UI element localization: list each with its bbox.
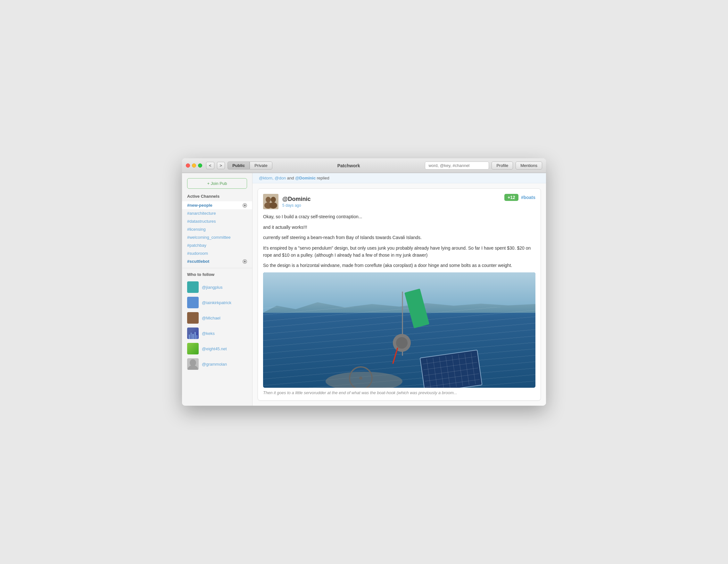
avatar-grammolan (187, 358, 199, 370)
channel-name-datastructures: #datastructures (187, 219, 216, 224)
post-time: 5 days ago (282, 203, 311, 208)
forward-button[interactable]: > (217, 162, 225, 169)
profile-button[interactable]: Profile (492, 162, 513, 170)
follow-name-grammolan: @grammolan (202, 362, 227, 367)
svg-point-33 (359, 377, 362, 380)
svg-rect-13 (404, 288, 429, 328)
reply-bar: @ktorn, @don and @Dominic replied (252, 173, 546, 183)
sidebar: + Join Pub Active Channels #new-people #… (182, 173, 252, 405)
close-button[interactable] (186, 163, 190, 168)
post-author-details: @Dominic 5 days ago (282, 196, 311, 208)
channel-name-welcoming-committee: #welcoming_committee (187, 235, 231, 240)
sidebar-item-welcoming-committee[interactable]: #welcoming_committee (182, 233, 252, 241)
maximize-button[interactable] (198, 163, 202, 168)
follow-item-iainkirkpatrick[interactable]: @iainkirkpatrick (182, 295, 252, 310)
svg-point-15 (396, 337, 408, 349)
app-title: Patchwork (275, 163, 423, 168)
follow-name-jiangplus: @jiangplus (202, 285, 223, 290)
tab-group: Public Private (227, 162, 272, 170)
sidebar-item-patchbay[interactable]: #patchbay (182, 241, 252, 249)
follow-name-michael: @Michael (202, 316, 220, 320)
svg-point-6 (188, 365, 198, 370)
channel-name-sudoroom: #sudoroom (187, 251, 208, 256)
sidebar-item-scuttlebot[interactable]: #scuttlebot (182, 257, 252, 265)
radio-icon-new-people (243, 203, 247, 208)
channel-name-scuttlebot: #scuttlebot (187, 259, 209, 264)
follow-name-iainkirkpatrick: @iainkirkpatrick (202, 300, 231, 305)
channel-name-new-people: #new-people (187, 203, 212, 208)
titlebar: < > Public Private Patchwork Profile Men… (182, 158, 546, 173)
post-line-5: So the design is a horizontal windvane, … (263, 262, 535, 269)
back-button[interactable]: < (206, 162, 214, 169)
svg-line-16 (393, 348, 398, 364)
tab-private[interactable]: Private (250, 162, 272, 170)
post-card: @Dominic 5 days ago +12 #boats Okay, so … (258, 188, 541, 400)
svg-rect-0 (189, 335, 190, 339)
channel-name-anarchitecture: #anarchitecture (187, 211, 216, 216)
follow-name-keks: @keks (202, 331, 215, 336)
svg-rect-2 (192, 334, 194, 339)
svg-point-10 (271, 197, 276, 203)
post-image (263, 272, 535, 388)
active-channels-title: Active Channels (182, 194, 252, 201)
follow-item-jiangplus[interactable]: @jiangplus (182, 279, 252, 295)
post-header: @Dominic 5 days ago +12 #boats (263, 194, 535, 209)
svg-point-11 (269, 202, 277, 209)
follow-item-grammolan[interactable]: @grammolan (182, 356, 252, 372)
mentions-button[interactable]: Mentions (516, 162, 542, 170)
tab-public[interactable]: Public (227, 162, 250, 170)
join-pub-button[interactable]: + Join Pub (187, 178, 247, 189)
radio-icon-scuttlebot (243, 259, 247, 264)
svg-point-5 (190, 359, 196, 366)
post-author-info: @Dominic 5 days ago (263, 194, 311, 209)
search-input[interactable] (425, 162, 489, 170)
content-area: @ktorn, @don and @Dominic replied (252, 173, 546, 405)
channel-name-licensing: #licensing (187, 227, 206, 232)
sidebar-item-datastructures[interactable]: #datastructures (182, 217, 252, 225)
who-to-follow-section: Who to follow @jiangplus @iainkirkpatric… (182, 268, 252, 372)
avatar-iainkirkpatrick (187, 297, 199, 308)
avatar-jiangplus (187, 281, 199, 293)
main-layout: + Join Pub Active Channels #new-people #… (182, 173, 546, 405)
ocean-scene (263, 272, 535, 388)
svg-rect-4 (196, 335, 197, 339)
reply-user-1: @ktorn, @don (259, 176, 286, 180)
svg-rect-3 (194, 332, 196, 339)
sidebar-item-licensing[interactable]: #licensing (182, 225, 252, 233)
avatar-keks (187, 328, 199, 339)
sidebar-item-sudoroom[interactable]: #sudoroom (182, 249, 252, 257)
follow-name-eight45: @eight45.net (202, 346, 227, 351)
post-meta-right: +12 #boats (504, 194, 535, 201)
who-to-follow-title: Who to follow (182, 272, 252, 279)
sidebar-item-anarchitecture[interactable]: #anarchitecture (182, 209, 252, 217)
post-line-3: currently self steering a beam-reach fro… (263, 234, 535, 241)
traffic-lights (186, 163, 202, 168)
vote-badge[interactable]: +12 (504, 194, 518, 201)
post-line-2: and it actually works!!! (263, 224, 535, 231)
post-body: Okay, so I build a crazy self-steering c… (263, 213, 535, 387)
app-window: < > Public Private Patchwork Profile Men… (182, 158, 546, 405)
post-truncated: Then it goes to a little servorudder at … (263, 390, 535, 395)
reply-user-bold: @Dominic (295, 176, 316, 180)
boat-svg (263, 272, 535, 388)
post-author-name[interactable]: @Dominic (282, 196, 311, 203)
follow-item-eight45[interactable]: @eight45.net (182, 341, 252, 356)
follow-item-michael[interactable]: @Michael (182, 310, 252, 326)
follow-item-keks[interactable]: @keks (182, 326, 252, 341)
svg-point-31 (326, 372, 402, 388)
svg-point-8 (266, 197, 271, 203)
svg-rect-1 (191, 333, 192, 339)
minimize-button[interactable] (192, 163, 196, 168)
post-line-4: It's enspired by a "servo pendulum" desi… (263, 245, 535, 259)
post-avatar[interactable] (263, 194, 278, 209)
avatar-michael (187, 312, 199, 324)
reply-action-text: replied (317, 176, 329, 180)
reply-and: and (287, 176, 295, 180)
avatar-eight45 (187, 343, 199, 354)
post-line-1: Okay, so I build a crazy self-steering c… (263, 213, 535, 220)
channel-tag[interactable]: #boats (521, 195, 535, 200)
channel-name-patchbay: #patchbay (187, 243, 206, 248)
sidebar-item-new-people[interactable]: #new-people (182, 201, 252, 209)
